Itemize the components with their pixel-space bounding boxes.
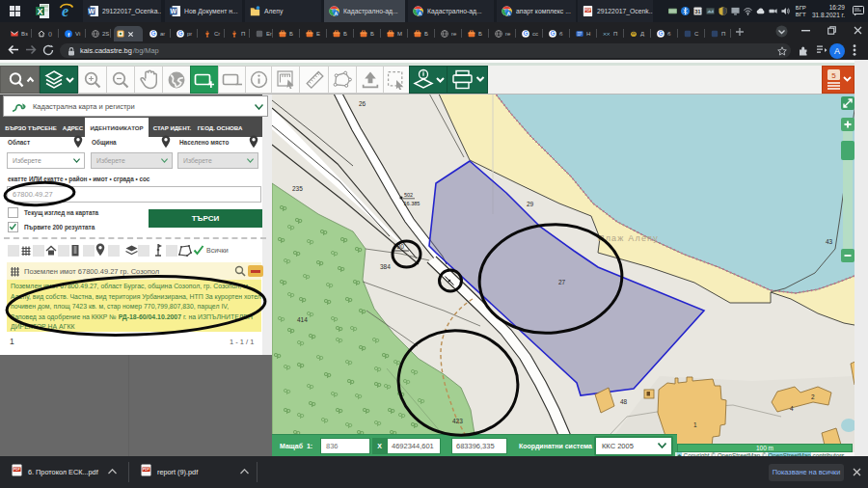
svg-text:A: A	[507, 11, 511, 16]
svg-text:26: 26	[359, 100, 366, 107]
svg-text:1: 1	[693, 421, 697, 428]
svg-text:PDF: PDF	[143, 468, 149, 472]
svg-text:G: G	[524, 30, 529, 37]
svg-text:16.385: 16.385	[404, 201, 420, 206]
svg-text:G: G	[659, 30, 664, 37]
svg-text:2: 2	[811, 393, 815, 400]
svg-text:G: G	[178, 30, 183, 37]
svg-text:5: 5	[831, 71, 836, 80]
svg-text:29: 29	[527, 201, 534, 207]
svg-text:Плаж Алепу: Плаж Алепу	[598, 233, 659, 243]
svg-text:W: W	[89, 8, 95, 14]
svg-text:PDF: PDF	[14, 468, 20, 472]
svg-text:780: 780	[393, 243, 404, 250]
svg-text:31: 31	[694, 9, 700, 14]
svg-text:4: 4	[790, 405, 794, 412]
svg-text:PDF: PDF	[584, 9, 591, 13]
svg-text:235: 235	[292, 185, 303, 192]
svg-text:A: A	[419, 11, 422, 16]
svg-text:27: 27	[558, 279, 566, 285]
svg-text:X: X	[37, 7, 42, 16]
svg-text:502: 502	[404, 192, 413, 198]
svg-text:423: 423	[452, 418, 463, 424]
svg-text:43: 43	[826, 238, 833, 245]
svg-text:384: 384	[380, 263, 391, 270]
svg-text:414: 414	[297, 316, 308, 323]
svg-text:G: G	[551, 30, 556, 37]
svg-text:G: G	[151, 30, 156, 37]
svg-text:48: 48	[620, 398, 628, 405]
svg-text:W: W	[171, 8, 177, 14]
svg-text:A: A	[335, 11, 339, 16]
